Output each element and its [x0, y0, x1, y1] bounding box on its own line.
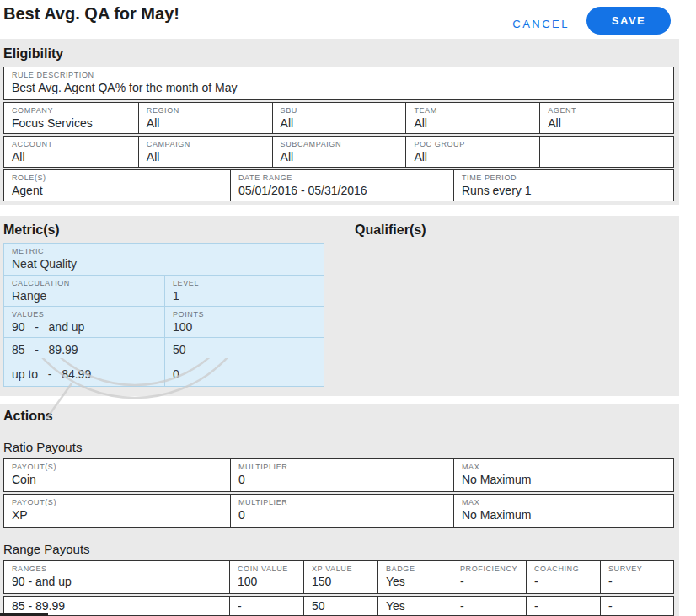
- sbu-cell: SBU All: [272, 103, 406, 133]
- eligibility-row-1: COMPANY Focus Services REGION All SBU Al…: [3, 102, 674, 134]
- subcampaign-cell: SUBCAMPAIGN All: [272, 137, 406, 167]
- campaign-label: CAMPAIGN: [147, 139, 265, 149]
- save-button[interactable]: SAVE: [586, 7, 671, 35]
- rule-description-value: Best Avg. Agent QA% for the month of May: [12, 80, 667, 96]
- coaching-value: -: [534, 574, 593, 590]
- points-cell: POINTS 100: [164, 307, 324, 337]
- page-header: Best Avg. QA for May! CANCEL SAVE: [0, 0, 696, 39]
- multiplier-value: 0: [238, 472, 447, 488]
- values-row-1: VALUES 90 - and up POINTS 100: [4, 306, 324, 337]
- points-value: 0: [173, 367, 179, 383]
- metrics-column: Metric(s) METRIC Neat Quality CALCULATIO…: [3, 222, 324, 396]
- multiplier-cell: MULTIPLIER 0: [230, 495, 453, 527]
- range-payout-row-2: 85 - 89.99 - 50 Yes - - -: [3, 596, 674, 616]
- payout-label: PAYOUT(S): [12, 462, 223, 472]
- agent-label: AGENT: [548, 105, 667, 115]
- page-title: Best Avg. QA for May!: [0, 0, 179, 24]
- payout-label: PAYOUT(S): [12, 497, 223, 507]
- agent-cell: AGENT All: [539, 103, 673, 133]
- values-cell: 85 - 89.99: [4, 338, 164, 362]
- cancel-button[interactable]: CANCEL: [512, 11, 570, 30]
- company-value: Focus Services: [12, 115, 131, 131]
- ratio-payout-row-1: PAYOUT(S) Coin MULTIPLIER 0 MAX No Maxim…: [3, 458, 674, 492]
- subcampaign-value: All: [281, 149, 399, 165]
- level-label: LEVEL: [173, 278, 317, 288]
- max-value: No Maximum: [462, 507, 667, 523]
- coin-value-label: COIN VALUE: [238, 564, 297, 574]
- payout-value: XP: [12, 507, 223, 523]
- payout-cell: PAYOUT(S) XP: [4, 495, 230, 527]
- badge-label: BADGE: [386, 564, 445, 574]
- date-range-value: 05/01/2016 - 05/31/2016: [238, 183, 447, 199]
- xp-value-value: 50: [312, 598, 325, 614]
- level-cell: LEVEL 1: [164, 276, 324, 306]
- xp-value-cell: XP VALUE 150: [303, 561, 377, 593]
- eligibility-section: Eligibility RULE DESCRIPTION Best Avg. A…: [0, 39, 679, 205]
- max-cell: MAX No Maximum: [453, 495, 673, 527]
- eligibility-row-2: ACCOUNT All CAMPAIGN All SUBCAMPAIGN All…: [3, 136, 674, 168]
- xp-value-cell: 50: [303, 597, 377, 615]
- survey-cell: -: [600, 597, 673, 615]
- team-cell: TEAM All: [405, 103, 539, 133]
- sbu-value: All: [281, 115, 399, 131]
- payout-cell: PAYOUT(S) Coin: [4, 459, 230, 491]
- metrics-heading: Metric(s): [3, 222, 324, 238]
- values-label: VALUES: [12, 309, 158, 319]
- proficiency-label: PROFICIENCY: [460, 564, 519, 574]
- subcampaign-label: SUBCAMPAIGN: [281, 139, 399, 149]
- points-value: 50: [173, 342, 186, 358]
- team-value: All: [414, 115, 533, 131]
- coaching-cell: COACHING -: [526, 561, 600, 593]
- empty-cell: [539, 137, 673, 167]
- multiplier-cell: MULTIPLIER 0: [230, 459, 453, 491]
- company-label: COMPANY: [12, 105, 131, 115]
- region-label: REGION: [147, 105, 265, 115]
- proficiency-value: -: [460, 574, 519, 590]
- coaching-value: -: [534, 598, 538, 614]
- payout-value: Coin: [12, 472, 223, 488]
- xp-value-value: 150: [312, 574, 371, 590]
- badge-cell: Yes: [377, 597, 452, 615]
- time-period-value: Runs every 1: [462, 183, 667, 199]
- values-cell: VALUES 90 - and up: [4, 307, 164, 337]
- eligibility-row-3: ROLE(S) Agent DATE RANGE 05/01/2016 - 05…: [3, 169, 674, 201]
- range-payouts-heading: Range Payouts: [3, 541, 679, 557]
- calculation-value: Range: [12, 288, 158, 304]
- multiplier-label: MULTIPLIER: [238, 462, 447, 472]
- actions-heading: Actions: [3, 408, 679, 424]
- multiplier-label: MULTIPLIER: [238, 497, 447, 507]
- proficiency-cell: PROFICIENCY -: [452, 561, 526, 593]
- actions-section: Actions Ratio Payouts PAYOUT(S) Coin MUL…: [0, 404, 679, 616]
- metric-row: METRIC Neat Quality: [4, 244, 324, 275]
- poc-group-value: All: [414, 149, 533, 165]
- poc-group-cell: POC GROUP All: [405, 137, 539, 167]
- coaching-cell: -: [526, 597, 600, 615]
- eligibility-heading: Eligibility: [3, 46, 679, 62]
- points-label: POINTS: [173, 309, 317, 319]
- time-period-label: TIME PERIOD: [462, 173, 667, 183]
- qualifiers-column: Qualifier(s): [355, 222, 426, 396]
- rule-description-label: RULE DESCRIPTION: [12, 70, 667, 80]
- survey-cell: SURVEY -: [600, 561, 673, 593]
- cutoff-element: [0, 613, 48, 616]
- survey-value: -: [608, 598, 613, 614]
- section-gap: [0, 205, 696, 216]
- xp-value-label: XP VALUE: [312, 564, 371, 574]
- company-cell: COMPANY Focus Services: [4, 103, 138, 133]
- rule-description-cell: RULE DESCRIPTION Best Avg. Agent QA% for…: [4, 67, 673, 99]
- badge-value: Yes: [386, 574, 445, 590]
- values-row-2: 85 - 89.99 50: [4, 337, 324, 362]
- points-cell: 0: [164, 362, 324, 386]
- account-cell: ACCOUNT All: [4, 137, 138, 167]
- multiplier-value: 0: [238, 507, 447, 523]
- metric-cell: METRIC Neat Quality: [4, 244, 324, 275]
- values-cell: up to - 84.99: [4, 362, 164, 386]
- roles-value: Agent: [12, 183, 223, 199]
- ranges-value: 90 - and up: [12, 574, 222, 590]
- range-payout-row-1: RANGES 90 - and up COIN VALUE 100 XP VAL…: [3, 560, 674, 594]
- ratio-payouts-heading: Ratio Payouts: [3, 439, 679, 455]
- calculation-row: CALCULATION Range LEVEL 1: [4, 275, 324, 306]
- max-value: No Maximum: [462, 472, 667, 488]
- metric-value: Neat Quality: [12, 256, 317, 272]
- survey-value: -: [608, 574, 667, 590]
